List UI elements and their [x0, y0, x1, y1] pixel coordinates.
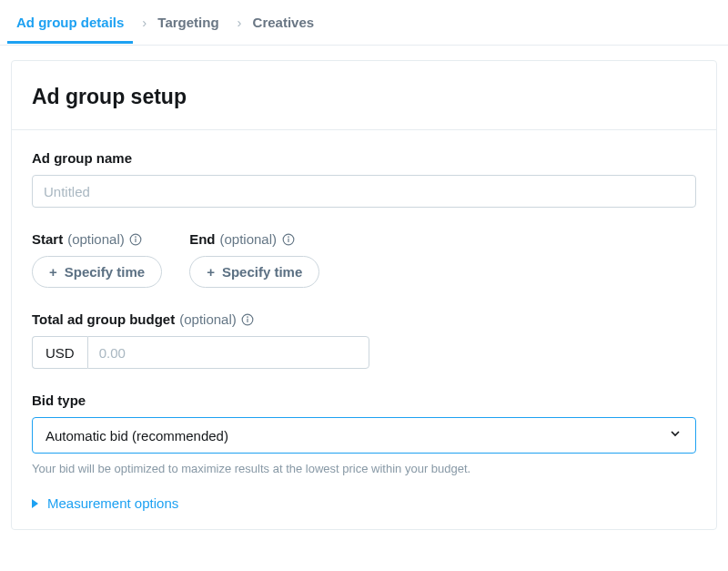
budget-amount-input[interactable] — [87, 336, 369, 369]
label-text: Bid type — [32, 393, 86, 408]
budget-section: Total ad group budget (optional) USD — [32, 311, 696, 369]
optional-text: (optional) — [179, 311, 237, 327]
panel-header: Ad group setup — [12, 61, 716, 130]
budget-currency-label: USD — [32, 336, 87, 369]
start-specify-time-button[interactable]: + Specify time — [32, 256, 162, 288]
end-section: End (optional) + Specify time — [189, 231, 319, 288]
optional-text: (optional) — [67, 231, 125, 247]
page-title: Ad group setup — [32, 85, 696, 109]
label-text: Total ad group budget — [32, 311, 175, 327]
svg-point-2 — [136, 236, 136, 237]
button-label: Specify time — [65, 264, 145, 280]
bid-type-select[interactable]: Automatic bid (recommended) — [32, 417, 696, 454]
measurement-options-label: Measurement options — [47, 495, 178, 511]
start-section: Start (optional) + Specify time — [32, 231, 162, 288]
ad-group-setup-panel: Ad group setup Ad group name Start (opti… — [11, 60, 717, 530]
triangle-right-icon — [32, 499, 38, 508]
label-text: End — [189, 231, 215, 247]
chevron-right-icon: › — [142, 15, 147, 30]
label-text: Start — [32, 231, 63, 247]
end-specify-time-button[interactable]: + Specify time — [189, 256, 319, 288]
tab-ad-group-details[interactable]: Ad group details — [13, 2, 127, 43]
bid-type-helper-text: Your bid will be optimized to maximize r… — [32, 462, 696, 475]
end-label: End (optional) — [189, 231, 319, 247]
chevron-down-icon — [668, 426, 682, 444]
panel-body: Ad group name Start (optional) + Specify… — [12, 130, 716, 511]
button-label: Specify time — [222, 264, 302, 280]
svg-point-8 — [248, 316, 248, 317]
start-label: Start (optional) — [32, 231, 162, 247]
budget-input-group: USD — [32, 336, 696, 369]
optional-text: (optional) — [219, 231, 277, 247]
ad-group-name-input[interactable] — [32, 175, 696, 208]
ad-group-name-label: Ad group name — [32, 150, 696, 166]
tab-creatives[interactable]: Creatives — [249, 2, 318, 43]
budget-label: Total ad group budget (optional) — [32, 311, 696, 327]
chevron-right-icon: › — [238, 15, 242, 30]
bid-type-section: Bid type Automatic bid (recommended) You… — [32, 393, 696, 475]
plus-icon: + — [207, 265, 215, 279]
schedule-row: Start (optional) + Specify time End (opt… — [32, 231, 696, 288]
ad-group-name-section: Ad group name — [32, 150, 696, 208]
bid-type-selected-value: Automatic bid (recommended) — [46, 428, 228, 444]
breadcrumb-tabs: Ad group details › Targeting › Creatives — [0, 0, 728, 46]
tab-targeting[interactable]: Targeting — [154, 2, 222, 43]
svg-point-5 — [288, 236, 288, 237]
label-text: Ad group name — [32, 150, 132, 166]
measurement-options-toggle[interactable]: Measurement options — [32, 495, 696, 511]
info-icon[interactable] — [281, 232, 295, 246]
info-icon[interactable] — [129, 232, 143, 246]
bid-type-label: Bid type — [32, 393, 696, 408]
plus-icon: + — [49, 265, 57, 279]
info-icon[interactable] — [241, 312, 255, 326]
